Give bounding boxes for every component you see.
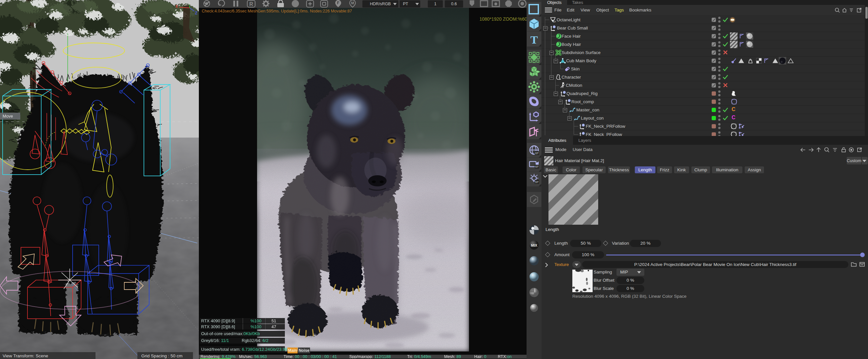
- svg-text:ST: ST: [535, 165, 539, 168]
- svg-text:ST: ST: [535, 181, 539, 184]
- svg-text:Z: Z: [195, 10, 197, 16]
- svg-text:M: M: [351, 1, 354, 5]
- svg-text:ST: ST: [535, 151, 539, 155]
- svg-text:Move: Move: [3, 114, 13, 118]
- svg-text:X: X: [175, 4, 178, 9]
- svg-text:T: T: [530, 34, 538, 46]
- svg-text:Grid Spacing : 50 cm: Grid Spacing : 50 cm: [141, 353, 183, 358]
- svg-text:R: R: [249, 1, 253, 7]
- svg-text:ST: ST: [553, 21, 556, 23]
- svg-text:F: F: [337, 1, 339, 5]
- svg-text:MIX: MIX: [531, 243, 537, 247]
- svg-text:View Transform: Scene: View Transform: Scene: [3, 353, 48, 358]
